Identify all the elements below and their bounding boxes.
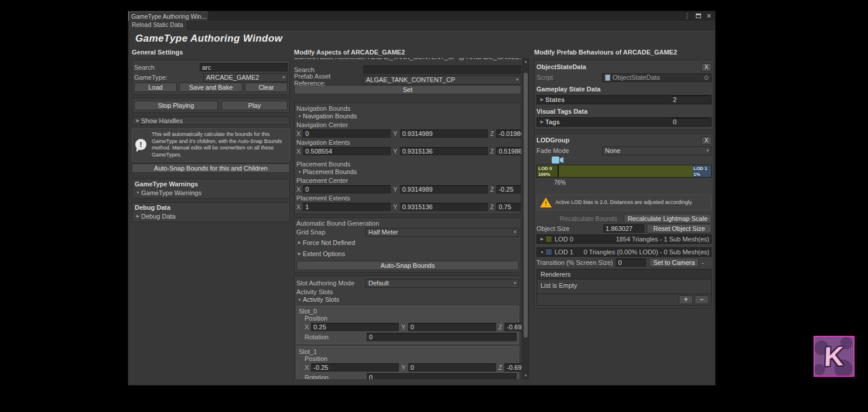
set-to-camera-button[interactable]: Set to Camera [649,258,699,267]
fade-mode-dropdown[interactable]: None ▾ [602,147,712,155]
lod0-region[interactable]: LOD 0 100% [537,165,559,177]
toolbar: Reload Static Data [128,21,715,30]
remove-component-button[interactable]: X [701,63,712,71]
slot-1-x-input[interactable] [311,363,399,372]
objectstatedata-title: ObjectStateData [536,63,586,71]
k-logo: K [814,336,855,377]
slot-1-z-input[interactable] [504,363,521,372]
general-settings-box: Search GameType: ARCADE_GAME2 ▾ Load Sav… [132,60,290,95]
clear-button[interactable]: Clear [245,83,288,92]
foldout-arrow-icon: ▼ [296,170,303,174]
gametype-warnings-foldout[interactable]: ▼ GameType Warnings [135,189,287,197]
place-center-z-input[interactable] [496,185,521,193]
object-picker-icon[interactable]: ⊙ [704,74,709,81]
scroll-down-icon[interactable]: ▼ [523,374,528,377]
show-handles-foldout[interactable]: ▶ Show Handles [132,117,290,125]
slot-mode-dropdown[interactable]: Default ▾ [365,279,519,288]
place-center-x-input[interactable] [303,185,391,193]
slot-0-x-input[interactable] [311,323,399,331]
transition-label: Transition (% Screen Size) [536,259,613,266]
lod1-info: 0 Triangles (0.00% LOD0) - 0 Sub Mesh(es… [583,248,709,256]
foldout-arrow-icon: ▼ [135,190,141,195]
foldout-arrow-icon: ▶ [135,214,141,219]
slot-0-y-input[interactable] [408,323,496,331]
remove-component-button[interactable]: X [701,137,712,145]
nav-center-z-input[interactable] [496,130,521,138]
gametype-warnings-section: GameType Warnings ▼ GameType Warnings [132,179,290,199]
nav-extents-y-input[interactable] [400,147,488,155]
lod0-row[interactable]: ▶ LOD 0 1854 Triangles - 1 Sub Mesh(es) [536,234,712,244]
nav-extents-x-input[interactable] [303,147,391,155]
dropdown-arrow-icon: ▾ [514,230,516,234]
place-extents-x-input[interactable] [303,203,391,211]
remove-renderer-button[interactable]: − [695,295,709,304]
foldout-arrow-icon[interactable]: ▶ [539,237,545,241]
script-object-field[interactable]: ObjectStateData ⊙ [602,73,712,82]
gametype-label: GameType: [134,74,203,81]
recalculate-lightmap-button[interactable]: Recalculate Lightmap Scale [624,214,712,223]
lod1-region[interactable]: LOD 1 1% [692,165,711,177]
scroll-up-icon[interactable]: ▲ [523,60,528,63]
object-size-label: Object Size [536,225,601,232]
camera-icon[interactable] [552,156,565,164]
transition-input[interactable] [616,258,646,267]
foldout-arrow-icon[interactable]: ▶ [539,97,545,102]
placement-bounds-label: Placement Bounds [296,161,519,168]
menu-dots-icon[interactable]: ⋮ [684,12,691,20]
prefab-ref-label: Prefab Asset Reference: [294,73,363,87]
states-count-input[interactable] [671,96,709,104]
slot-0-z-input[interactable] [504,323,521,331]
nav-center-x-input[interactable] [303,130,391,138]
prefab-ref-dropdown[interactable]: ALGAE_TANK_CONTENT_CP ▾ [363,76,521,84]
rotation-label: Rotation [305,374,367,379]
vertical-scrollbar[interactable]: ▲ ▼ [522,58,529,379]
extent-options-foldout[interactable]: ▶ Extent Options [296,250,519,258]
placement-bounds-foldout[interactable]: ▼ Placement Bounds [296,168,519,176]
navigation-extents-label: Navigation Extents [296,139,519,146]
navigation-bounds-foldout[interactable]: ▼ Navigation Bounds [296,112,519,120]
slot-1-y-input[interactable] [408,363,496,372]
place-extents-z-input[interactable] [496,203,521,211]
slot-1-rotation-input[interactable] [367,373,517,379]
play-button[interactable]: Play [221,101,288,110]
slot-0-rotation-input[interactable] [367,333,517,341]
maximize-icon[interactable] [696,13,701,18]
scrollbar-thumb[interactable] [524,73,528,338]
grid-snap-dropdown[interactable]: Half Meter ▾ [365,228,519,237]
position-label: Position [305,355,517,362]
gametype-dropdown[interactable]: ARCADE_GAME2 ▾ [203,73,288,82]
reload-static-data-button[interactable]: Reload Static Data [128,21,187,30]
renderers-empty-label: List is Empty [537,280,711,294]
nav-extents-z-input[interactable] [496,147,521,155]
close-icon[interactable]: ✕ [706,12,712,20]
reset-object-size-button[interactable]: Reset Object Size [647,224,712,233]
auto-snap-bounds-button[interactable]: Auto-Snap Bounds [296,261,519,270]
recalculate-bounds-button[interactable]: Recalculate Bounds [556,214,621,223]
activity-slots-foldout[interactable]: ▼ Activity Slots [296,295,519,304]
placement-center-row: X Y Z [296,185,519,194]
title-bar: GameType Authoring Win... ⋮ ✕ [128,11,715,21]
debug-data-foldout[interactable]: ▶ Debug Data [135,212,287,220]
nav-center-y-input[interactable] [400,130,488,138]
tab-gametype-authoring[interactable]: GameType Authoring Win... [128,11,208,21]
place-extents-y-input[interactable] [400,203,488,211]
place-center-y-input[interactable] [400,185,488,193]
object-size-input[interactable] [603,224,644,233]
foldout-arrow-icon[interactable]: ▼ [539,250,545,254]
force-not-defined-foldout[interactable]: ▶ Force Not Defined [296,239,519,247]
aspects-search-input[interactable] [363,66,521,74]
lod-bias-helpbox: ! Active LOD bias is 2.0. Distances are … [536,195,712,210]
save-and-bake-button[interactable]: Save and Bake [179,83,242,92]
lod-slider[interactable]: LOD 0 100% LOD 1 1% 76% [536,165,712,186]
autosnap-children-button[interactable]: Auto-Snap Bounds for this and Children [132,164,290,173]
visual-tags-header: Visual Tags Data [536,108,712,116]
search-input[interactable] [200,63,288,71]
stop-playing-button[interactable]: Stop Playing [134,101,218,110]
lod1-row[interactable]: ▼ LOD 1 0 Triangles (0.00% LOD0) - 0 Sub… [536,247,712,257]
load-button[interactable]: Load [134,83,177,92]
foldout-arrow-icon[interactable]: ▶ [539,120,545,124]
tags-count-input[interactable] [671,118,709,126]
add-renderer-button[interactable]: + [679,295,693,304]
autosnap-helpbox: ! This will automatically calculate the … [132,128,290,162]
lod-bar[interactable]: LOD 0 100% LOD 1 1% [536,165,712,178]
